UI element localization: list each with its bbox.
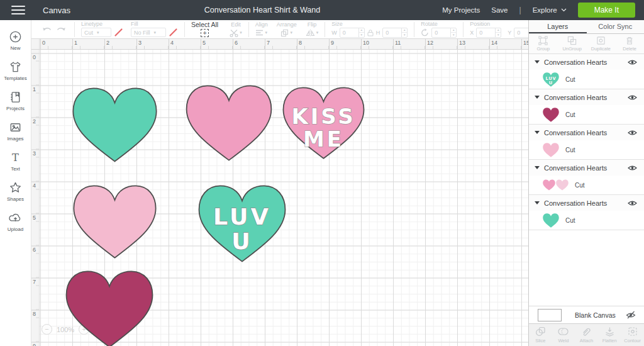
visibility-eye-icon[interactable]: [628, 200, 637, 206]
flip-menu[interactable]: Flip: [306, 22, 319, 36]
collapse-caret-icon[interactable]: [535, 166, 540, 169]
sidebar-item-shapes[interactable]: Shapes: [0, 176, 31, 206]
layer-group-header[interactable]: Conversation Hearts: [529, 195, 644, 211]
linetype-dropdown[interactable]: Cut: [81, 28, 111, 37]
flip-label: Flip: [308, 22, 317, 28]
flatten-button[interactable]: Flatten: [598, 324, 621, 346]
eye-off-icon[interactable]: [626, 311, 636, 319]
v-ruler-number: 9: [33, 343, 36, 346]
layer-group-header[interactable]: Conversation Hearts: [529, 160, 644, 176]
width-input[interactable]: 0: [340, 28, 365, 38]
linetype-label: Linetype: [81, 21, 123, 27]
group-button[interactable]: Group: [529, 34, 558, 53]
collapse-caret-icon[interactable]: [535, 131, 540, 134]
collapse-caret-icon[interactable]: [535, 96, 540, 99]
slice-button[interactable]: Slice: [529, 324, 552, 346]
align-icon: [255, 29, 264, 36]
layer-actions: Group UnGroup Duplicate Delete: [529, 34, 644, 54]
edit-menu[interactable]: Edit: [230, 22, 242, 37]
contour-button[interactable]: Contour: [621, 324, 644, 346]
heart-text: LUV: [213, 203, 271, 230]
height-value: 0: [383, 28, 401, 37]
tab-color-sync[interactable]: Color Sync: [587, 20, 644, 33]
tab-layers[interactable]: Layers: [529, 20, 587, 33]
redo-button[interactable]: [54, 23, 68, 36]
rotate-stepper[interactable]: [450, 28, 456, 37]
height-input[interactable]: 0: [382, 28, 408, 38]
group-label: Group: [536, 46, 550, 52]
heart-text: U: [231, 228, 253, 255]
rotate-input[interactable]: 0: [431, 28, 457, 38]
make-it-button[interactable]: Make It: [578, 3, 635, 18]
luv-u-heart[interactable]: LUVU: [198, 185, 286, 262]
sidebar-item-projects[interactable]: Projects: [0, 86, 31, 116]
duplicate-button[interactable]: Duplicate: [587, 34, 616, 53]
layer-type-label: Cut: [565, 76, 575, 83]
width-stepper[interactable]: [358, 28, 364, 37]
height-stepper[interactable]: [401, 28, 407, 37]
sidebar-item-upload[interactable]: Upload: [0, 206, 31, 237]
align-menu[interactable]: Align: [255, 22, 268, 36]
layer-group-header[interactable]: Conversation Hearts: [529, 54, 644, 70]
notebook-icon: [8, 90, 23, 104]
weld-icon: [558, 326, 569, 337]
arrange-menu[interactable]: Arrange: [277, 22, 297, 37]
layer-row[interactable]: LUVUCut: [529, 70, 644, 89]
weld-button[interactable]: Weld: [552, 324, 575, 346]
magenta-heart[interactable]: [65, 271, 153, 346]
select-all-icon: [201, 29, 209, 37]
menu-icon[interactable]: [11, 6, 25, 14]
edit-label: Edit: [231, 22, 241, 28]
rotate-icon: [421, 28, 429, 36]
heart-text: U: [549, 81, 553, 86]
layer-group: Conversation HeartsCut: [529, 89, 644, 125]
sidebar-item-templates[interactable]: Templates: [0, 55, 31, 86]
lock-icon[interactable]: [367, 29, 374, 36]
visibility-eye-icon[interactable]: [628, 59, 637, 65]
teal-heart[interactable]: [72, 87, 157, 162]
pink-heart[interactable]: [186, 85, 272, 161]
layer-row[interactable]: Cut: [529, 176, 644, 194]
v-ruler-number: 3: [33, 150, 36, 157]
sidebar-item-images[interactable]: Images: [0, 116, 31, 146]
layer-group-header[interactable]: Conversation Hearts: [529, 89, 644, 105]
linetype-group: Linetype Cut: [81, 21, 123, 37]
explore-label: Explore: [533, 6, 557, 14]
layer-row[interactable]: Cut: [529, 140, 644, 159]
select-all-button[interactable]: Select All: [191, 21, 218, 37]
visibility-eye-icon[interactable]: [628, 165, 637, 171]
sidebar-item-text[interactable]: T Text: [0, 146, 31, 176]
attach-button[interactable]: Attach: [575, 324, 598, 346]
light-pink-heart[interactable]: [73, 185, 157, 259]
blank-canvas-row[interactable]: Blank Canvas: [529, 306, 644, 323]
layer-row[interactable]: Cut: [529, 105, 644, 124]
canvas-nav-label[interactable]: Canvas: [43, 6, 70, 15]
x-stepper[interactable]: [495, 28, 501, 37]
collapse-caret-icon[interactable]: [535, 201, 540, 204]
linetype-color-swatch[interactable]: [114, 28, 123, 37]
chevron-down-icon: [561, 8, 567, 12]
visibility-eye-icon[interactable]: [628, 130, 637, 136]
layer-group-header[interactable]: Conversation Hearts: [529, 125, 644, 140]
layer-row[interactable]: Cut: [529, 211, 644, 230]
sidebar-item-new[interactable]: New: [0, 25, 31, 55]
layer-swatch: [543, 213, 559, 228]
my-projects-link[interactable]: My Projects: [442, 6, 480, 14]
panel-tabs: Layers Color Sync: [529, 20, 644, 34]
design-canvas[interactable]: 0123456789101112131415 0123456789 100% K…: [31, 39, 528, 346]
v-ruler-number: 5: [33, 215, 36, 221]
save-link[interactable]: Save: [491, 6, 508, 14]
kiss-me-heart[interactable]: KISSME: [282, 87, 365, 159]
visibility-eye-icon[interactable]: [628, 94, 637, 101]
fill-dropdown[interactable]: No Fill: [131, 28, 166, 37]
fill-color-swatch[interactable]: [169, 28, 178, 37]
x-input[interactable]: 0: [476, 28, 501, 38]
collapse-caret-icon[interactable]: [535, 60, 540, 64]
ungroup-button[interactable]: UnGroup: [558, 34, 587, 53]
explore-menu[interactable]: Explore: [533, 6, 567, 14]
undo-button[interactable]: [40, 23, 54, 36]
ungroup-icon: [567, 36, 577, 45]
delete-button[interactable]: Delete: [615, 34, 644, 53]
sidebar-item-label: Projects: [6, 106, 25, 111]
h-ruler-number: 0: [42, 40, 45, 46]
